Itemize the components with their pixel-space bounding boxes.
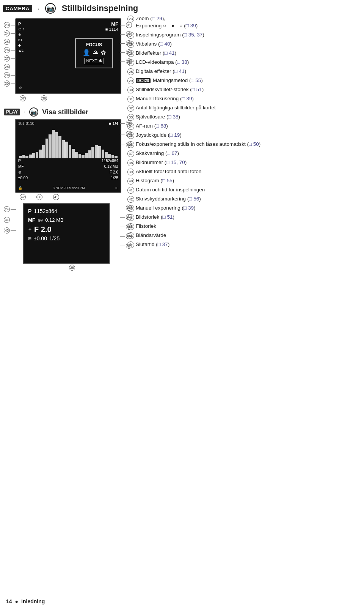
- item-number: 42: [127, 196, 134, 203]
- num-29: 29: [4, 72, 10, 78]
- page-ref: □ 35, 37: [184, 32, 202, 38]
- num-36-bottom: 36: [41, 95, 47, 101]
- num-28: 28: [4, 64, 10, 70]
- ann-24-ts: 24: [4, 206, 16, 212]
- bottom-nums-vf: 37 36: [20, 95, 121, 101]
- focus-icons: 👤 ⛰ ✿: [83, 49, 106, 56]
- num-47-ts: 47: [126, 243, 132, 249]
- list-item: 36Fokus/exponering ställs in och låses a…: [127, 141, 360, 148]
- page-ref: □ 39: [186, 23, 196, 28]
- ann-32: 32: [120, 31, 132, 37]
- pb-wb-icon: ⊕: [18, 169, 28, 175]
- item-number: 28: [127, 68, 134, 75]
- page-ref: □ 51: [192, 87, 202, 92]
- list-item: 46Bländarvärde: [127, 232, 360, 239]
- ann-27: 27: [4, 55, 17, 62]
- histogram-bar: [78, 154, 82, 158]
- list-item: 26Bildeffekter (□ 41): [127, 50, 360, 57]
- num-35-right: 35: [126, 58, 132, 65]
- item-number: 31: [127, 96, 134, 103]
- ann-44-ts: 44: [120, 214, 132, 220]
- num-23: 23: [4, 22, 10, 28]
- bottom-num-25: 25: [23, 265, 121, 271]
- page-ref: □ 51: [163, 214, 173, 220]
- histogram-bar: [95, 145, 98, 158]
- ann-38: 38: [120, 120, 132, 126]
- vf-e1: E1: [18, 37, 25, 43]
- page-ref: □ 15, 70: [166, 159, 185, 165]
- ts-row-4: ⊞ ±0.00 1/25: [28, 234, 105, 243]
- item-text: Självutlösare (□ 38): [136, 114, 360, 121]
- pb-bottom: 🔒 3.NOV.2009 9:20 PM ▪L: [18, 186, 118, 190]
- page-ref: □ 39: [184, 205, 194, 211]
- vf-bottom-icon1: ⊙: [19, 86, 22, 90]
- page-ref: □ 56: [189, 196, 199, 202]
- footer-label: Inledning: [21, 598, 45, 604]
- ts-content: P 1152x864 MF ⊕v 0.12 MB ☀ F 2.0 ⊞ ±0.: [24, 204, 109, 246]
- item-text: Bildeffekter (□ 41): [136, 50, 360, 57]
- focus-box: FOCUS 👤 ⛰ ✿ NEXT ✱: [75, 38, 113, 68]
- focus-label: FOCUS: [86, 42, 102, 47]
- page-ref: □ 37: [158, 241, 168, 247]
- item-text: Bländarvärde: [136, 232, 360, 239]
- num-44-ts: 44: [126, 214, 132, 220]
- num-30-bottom: 30: [36, 194, 42, 200]
- list-item: 30Stillbildskvalitet/-storlek (□ 51): [127, 86, 360, 93]
- ts-mode: P: [28, 207, 31, 215]
- item-text: Vitbalans (□ 40): [136, 41, 360, 48]
- item-number: 29: [127, 77, 134, 84]
- pb-battery-icon: ▪L: [115, 186, 118, 190]
- list-item: 47Slutartid (□ 37): [127, 241, 360, 248]
- num-41-bottom: 41: [53, 194, 59, 200]
- histogram-bar: [42, 145, 45, 158]
- histogram-bar: [102, 150, 105, 158]
- num-43-ts: 43: [4, 227, 10, 234]
- page-ref: □ 41: [165, 50, 175, 56]
- camera-icon: 📷: [45, 3, 56, 14]
- num-37-bottom: 37: [20, 95, 26, 101]
- histogram-bar: [62, 140, 65, 158]
- ann-47-ts: 47: [120, 243, 132, 249]
- list-item: 39Aktuellt foto/Totalt antal foton: [127, 168, 360, 175]
- vf-l: ▲L: [18, 48, 25, 53]
- page-title: Stillbildsinspelning: [62, 3, 138, 13]
- playback-display: 101-0110 ■ 1/4 P MF ⊕ ±0.00 1152x864: [15, 119, 121, 193]
- vf-top-right: MF ■ 1114: [105, 21, 118, 32]
- item-text: LCD-videolampa (□ 38): [136, 59, 360, 66]
- pb-write-icon: 🔒: [18, 186, 22, 190]
- vf-wb: ⊕: [18, 32, 25, 37]
- page-number: 14: [6, 598, 12, 604]
- vf-sq: ◆: [18, 43, 25, 48]
- item-text: Antal tillgängliga stillbilder på kortet: [136, 104, 360, 112]
- histogram: [17, 128, 119, 158]
- list-item: 31Manuell fokusering (□ 39): [127, 95, 360, 103]
- num-26: 26: [4, 47, 10, 53]
- list-item: 33Självutlösare (□ 38): [127, 114, 360, 121]
- play-camera-icon: 📷: [29, 107, 38, 117]
- play-dot-sep: ·: [24, 109, 25, 115]
- item-number: 30: [127, 87, 134, 93]
- list-item: 38Bildnummer (□ 15, 70): [127, 159, 360, 166]
- num-45-ts: 45: [126, 224, 132, 230]
- list-item: 44Bildstorlek (□ 51): [127, 214, 360, 221]
- num-40: 40: [126, 142, 132, 148]
- ann-24: 24: [4, 30, 17, 36]
- num-30: 30: [4, 80, 10, 87]
- page-ref: □ 39: [182, 96, 192, 101]
- ts-row-3: ☀ F 2.0: [28, 225, 105, 234]
- item-text: Bildnummer (□ 15, 70): [136, 159, 360, 166]
- pb-date: 3.NOV.2009 9:20 PM: [22, 186, 115, 190]
- ann-28: 28: [4, 64, 17, 70]
- page-ref: □ 38: [168, 114, 179, 120]
- pb-topbar: 101-0110 ■ 1/4: [18, 121, 118, 126]
- item-text: Zoom (□ 29),Exponering ○—●—○ (□ 39): [136, 15, 360, 30]
- histogram-bar: [85, 153, 88, 158]
- left-side-numbers: 23 24 25 26 27: [4, 22, 17, 87]
- ts-ev: ±0.00: [34, 234, 47, 243]
- right-column: 23Zoom (□ 29),Exponering ○—●—○ (□ 39)24I…: [127, 15, 360, 271]
- histogram-bar: [72, 149, 75, 158]
- ann-33: 33: [120, 40, 132, 46]
- third-screen-display: P 1152x864 MF ⊕v 0.12 MB ☀ F 2.0 ⊞ ±0.: [23, 203, 110, 264]
- item-text: Manuell fokusering (□ 39): [136, 95, 360, 103]
- page-ref: □ 40: [160, 41, 170, 47]
